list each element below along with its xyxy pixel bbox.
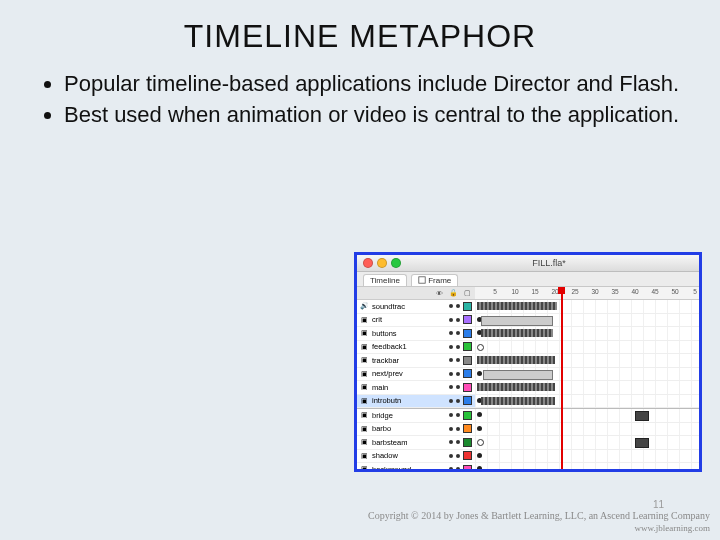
ruler-mark: 45 (651, 288, 658, 295)
eye-icon: 👁 (436, 290, 443, 297)
layer-icon: ▣ (360, 329, 369, 338)
color-swatch (463, 342, 472, 351)
visibility-dot (449, 467, 453, 471)
ruler-mark: 5 (493, 288, 497, 295)
close-icon (363, 258, 373, 268)
visibility-dot (449, 440, 453, 444)
page-number: 11 (653, 499, 664, 510)
visibility-dot (449, 318, 453, 322)
timeline-track (475, 314, 699, 328)
layer-list: 👁 🔒 ▢ 🔊soundtrac▣crit▣buttons▣feedback1▣… (357, 287, 475, 471)
layer-icon: ▣ (360, 315, 369, 324)
timeline-track (475, 381, 699, 395)
keyframe (481, 329, 553, 337)
keyframe (635, 411, 649, 421)
layer-icon: ▣ (360, 396, 369, 405)
lock-dot (456, 385, 460, 389)
panel-tabs: Timeline Frame (357, 272, 699, 287)
copyright-url: www.jblearning.com (368, 523, 710, 534)
layer-header: 👁 🔒 ▢ (357, 287, 475, 300)
layer-icon: ▣ (360, 411, 369, 420)
layer-name: trackbar (372, 356, 446, 365)
visibility-dot (449, 372, 453, 376)
lock-dot (456, 440, 460, 444)
timeline-track (475, 341, 699, 355)
window-title: FILL.fla* (405, 258, 693, 268)
layer-row: 🔊soundtrac (357, 300, 475, 314)
ruler-mark: 35 (611, 288, 618, 295)
lock-dot (456, 399, 460, 403)
minimize-icon (377, 258, 387, 268)
bullet-item: Popular timeline-based applications incl… (64, 71, 690, 98)
tab-frame: Frame (411, 274, 458, 286)
ruler-mark: 50 (671, 288, 678, 295)
color-swatch (463, 356, 472, 365)
lock-dot (456, 318, 460, 322)
keyframe (481, 316, 553, 326)
color-swatch (463, 411, 472, 420)
visibility-dot (449, 331, 453, 335)
layer-name: soundtrac (372, 302, 446, 311)
lock-dot (456, 331, 460, 335)
layer-row: ▣trackbar (357, 354, 475, 368)
layer-row: ▣background (357, 463, 475, 472)
timeline-track (475, 408, 699, 423)
color-swatch (463, 315, 472, 324)
color-swatch (463, 438, 472, 447)
timeline-track (475, 463, 699, 471)
layer-row: ▣barbsteam (357, 436, 475, 450)
keyframe (477, 302, 557, 310)
layer-row: ▣introbutn (357, 395, 475, 409)
color-swatch (463, 465, 472, 472)
ruler-mark: 40 (631, 288, 638, 295)
timeline-area: 51015202530354045505 (475, 287, 699, 471)
ruler-mark: 5 (693, 288, 697, 295)
audio-layer-icon: 🔊 (360, 302, 369, 311)
flash-timeline-screenshot: FILL.fla* Timeline Frame 👁 🔒 ▢ 🔊soundtra… (354, 252, 702, 472)
keyframe (477, 426, 482, 431)
keyframe (635, 438, 649, 448)
frame-ruler: 51015202530354045505 (475, 287, 699, 300)
lock-dot (456, 427, 460, 431)
layer-row: ▣buttons (357, 327, 475, 341)
layer-row: ▣shadow (357, 450, 475, 464)
visibility-dot (449, 385, 453, 389)
timeline-track (475, 368, 699, 382)
timeline-track (475, 436, 699, 450)
outline-icon: ▢ (464, 289, 471, 297)
keyframe (477, 466, 482, 471)
color-swatch (463, 396, 472, 405)
bullet-list: Popular timeline-based applications incl… (40, 71, 690, 129)
keyframe (477, 344, 484, 351)
ruler-mark: 15 (531, 288, 538, 295)
visibility-dot (449, 304, 453, 308)
lock-dot (456, 358, 460, 362)
keyframe (477, 356, 555, 364)
lock-dot (456, 345, 460, 349)
color-swatch (463, 302, 472, 311)
timeline-track (475, 300, 699, 314)
copyright-footer: Copyright © 2014 by Jones & Bartlett Lea… (368, 510, 710, 534)
copyright-text: Copyright © 2014 by Jones & Bartlett Lea… (368, 510, 710, 523)
timeline-track (475, 450, 699, 464)
layer-icon: ▣ (360, 369, 369, 378)
layer-icon: ▣ (360, 424, 369, 433)
layer-name: barbo (372, 424, 446, 433)
svg-rect-0 (419, 277, 425, 283)
layer-row: ▣bridge (357, 408, 475, 423)
timeline-track (475, 395, 699, 409)
layer-name: bridge (372, 411, 446, 420)
keyframe (477, 383, 555, 391)
layer-name: next/prev (372, 369, 446, 378)
keyframe (483, 370, 553, 380)
lock-dot (456, 304, 460, 308)
color-swatch (463, 383, 472, 392)
visibility-dot (449, 413, 453, 417)
keyframe (477, 412, 482, 417)
layer-icon: ▣ (360, 465, 369, 472)
visibility-dot (449, 345, 453, 349)
visibility-dot (449, 399, 453, 403)
lock-dot (456, 454, 460, 458)
visibility-dot (449, 454, 453, 458)
layer-name: feedback1 (372, 342, 446, 351)
